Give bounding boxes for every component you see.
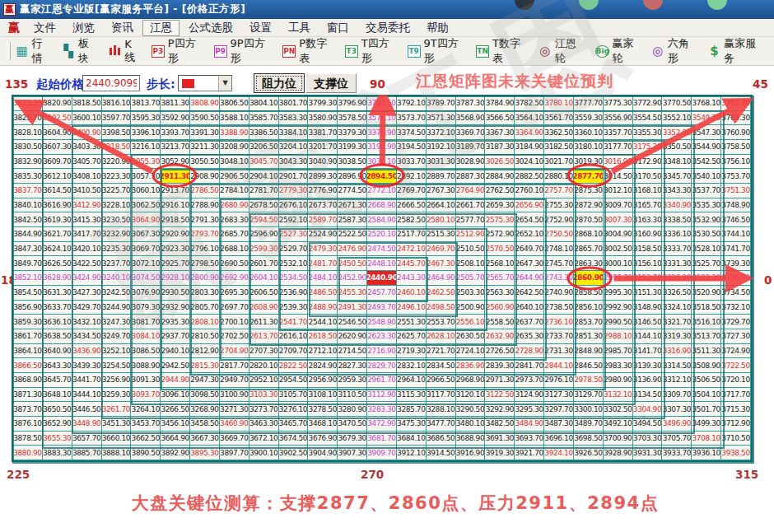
toolbar-button-六角形[interactable]: ◎六角形	[651, 36, 697, 66]
menu-item-文件[interactable]: 文件	[26, 20, 63, 36]
matrix-cell: 3904.90	[308, 446, 338, 460]
matrix-cell: 3602.50	[43, 111, 72, 126]
matrix-cell: 3734.50	[721, 286, 751, 301]
matrix-cell: 2618.50	[308, 329, 338, 344]
matrix-cell: 2704.90	[220, 344, 249, 359]
matrix-cell: 3009.70	[604, 198, 633, 213]
toolbar-button-9P四方形[interactable]: P99P四方形	[214, 36, 272, 66]
matrix-cell: 3921.70	[515, 446, 544, 460]
matrix-cell: 2448.10	[367, 256, 397, 271]
matrix-cell: 3566.50	[485, 111, 515, 126]
matrix-cell: 3871.30	[13, 388, 43, 403]
matrix-cell: 2851.30	[574, 329, 604, 344]
toolbar-button-江恩轮[interactable]: ◎江恩轮	[539, 36, 584, 66]
matrix-cell: 2748.10	[544, 242, 574, 257]
matrix-cell: 2505.70	[456, 271, 486, 286]
menu-item-设置[interactable]: 设置	[242, 20, 279, 36]
matrix-cell: 2589.70	[308, 212, 338, 227]
matrix-cell: 3936.10	[692, 446, 721, 460]
matrix-cell: 3259.30	[102, 388, 132, 403]
matrix-cell: 2496.10	[397, 301, 427, 315]
matrix-cell: 3206.50	[249, 140, 279, 155]
matrix-cell: 2796.10	[190, 242, 220, 257]
step-dropdown[interactable]: ▼	[178, 75, 232, 91]
matrix-cell: 3777.70	[574, 96, 604, 111]
matrix-cell: 2947.30	[190, 373, 220, 388]
matrix-cell: 3482.50	[485, 417, 515, 432]
matrix-cell: 2536.90	[279, 286, 309, 301]
matrix-cell: 2606.50	[249, 286, 279, 301]
matrix-cell: 2798.50	[190, 256, 220, 271]
matrix-cell: 2856.10	[574, 301, 604, 315]
toolbar-button-板块[interactable]: ▚板块	[62, 36, 97, 66]
menu-item-帮助[interactable]: 帮助	[419, 20, 456, 36]
support-button[interactable]: 支撑位	[305, 73, 357, 93]
matrix-cell: 2916.10	[161, 198, 190, 213]
menu-item-资讯[interactable]: 资讯	[104, 20, 141, 36]
toolbar-button-T数字表[interactable]: TNT数字表	[476, 36, 528, 66]
toolbar-button-P四方形[interactable]: P3P四方形	[152, 36, 203, 66]
matrix-cell: 3573.70	[397, 111, 427, 126]
menu-item-工具[interactable]: 工具	[281, 20, 318, 36]
titlebar-ornament	[515, 0, 534, 10]
matrix-cell: 3386.50	[249, 125, 279, 140]
toolbar-button-9T四方形[interactable]: T99T四方形	[408, 36, 465, 66]
matrix-cell: 3019.30	[574, 155, 604, 170]
matrix-cell: 2755.30	[544, 198, 574, 213]
matrix-cell: 3470.50	[338, 417, 367, 432]
toolbar-button-K线[interactable]: K线	[109, 38, 141, 65]
toolbar-button-赢家服务[interactable]: $赢家服务	[708, 36, 764, 66]
matrix-cell: 2791.30	[190, 212, 220, 227]
T3-icon: T3	[345, 45, 358, 58]
matrix-cell: 3652.90	[43, 417, 72, 432]
matrix-cell: 3103.30	[249, 388, 279, 403]
matrix-cell: 3640.90	[43, 344, 72, 359]
start-price-input[interactable]	[82, 75, 140, 91]
matrix-cell: 2913.70	[161, 184, 190, 198]
matrix-cell: 3612.10	[43, 169, 72, 184]
toolbar-button-T四方形[interactable]: T3T四方形	[345, 36, 397, 66]
matrix-cell: 3352.90	[662, 125, 692, 140]
matrix-cell: 3403.30	[72, 140, 102, 155]
matrix-cell: 2500.90	[456, 301, 486, 315]
matrix-cell: 2736.10	[544, 315, 574, 329]
matrix-cell: 2649.70	[515, 242, 544, 257]
matrix-cell: 3120.10	[456, 388, 486, 403]
matrix-cell: 2980.90	[604, 373, 633, 388]
toolbar-button-赢家轮[interactable]: Big赢家轮	[595, 36, 641, 66]
matrix-cell: 3045.70	[249, 155, 279, 170]
resistance-button[interactable]: 阻力位	[254, 73, 305, 93]
angle-label-45: 45	[753, 77, 768, 91]
matrix-cell: 3619.30	[43, 212, 72, 227]
chevron-down-icon[interactable]: ▼	[218, 76, 231, 91]
toolbar-button-行情[interactable]: ▦行情	[16, 36, 51, 66]
matrix-cell: 2464.90	[427, 271, 456, 286]
menu-item-江恩[interactable]: 江恩	[142, 20, 180, 36]
matrix-cell: 3655.30	[43, 432, 72, 446]
matrix-cell: 3484.90	[515, 417, 544, 432]
menu-item-浏览[interactable]: 浏览	[65, 20, 102, 36]
matrix-cell: 3609.70	[43, 155, 72, 170]
toolbar-button-P数字表[interactable]: PNP数字表	[282, 36, 334, 66]
matrix-cell: 3576.10	[367, 111, 397, 126]
menu-item-公式选股[interactable]: 公式选股	[181, 20, 240, 36]
matrix-cell: 2613.70	[249, 329, 279, 344]
matrix-cell: 3256.90	[102, 373, 132, 388]
window-title: 赢家江恩专业版[赢家服务平台] - [价格正方形]	[20, 2, 245, 16]
matrix-cell: 3763.30	[721, 111, 751, 126]
matrix-cell: 3048.10	[220, 155, 249, 170]
menu-item-窗口[interactable]: 窗口	[319, 20, 357, 36]
matrix-cell: 3700.90	[604, 432, 633, 446]
matrix-cell: 2834.50	[427, 358, 456, 373]
matrix-cell: 3427.30	[72, 286, 102, 301]
matrix-cell: 3400.90	[72, 125, 102, 140]
matrix-cell: 2452.90	[338, 271, 367, 286]
matrix-cell: 3146.50	[633, 315, 663, 329]
matrix-cell: 3388.90	[220, 125, 249, 140]
matrix-cell: 3686.50	[427, 432, 456, 446]
matrix-cell: 2769.70	[397, 184, 427, 198]
matrix-cell: 3225.70	[102, 184, 132, 198]
menu-item-交易委托[interactable]: 交易委托	[358, 20, 417, 36]
status-summary: 大盘关键位测算：支撑2877、2860点、压力2911、2894点	[0, 492, 774, 515]
matrix-cell: 3772.90	[633, 96, 663, 111]
